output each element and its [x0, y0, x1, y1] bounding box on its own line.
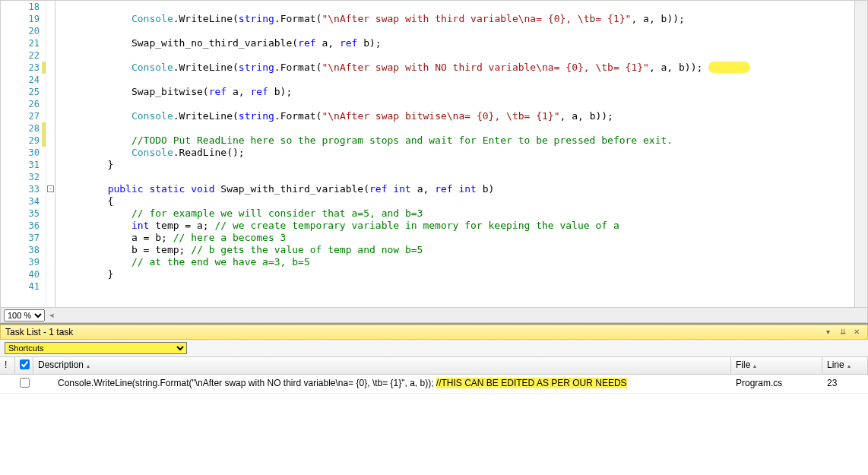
- horizontal-scroll-left-icon[interactable]: ◂: [49, 310, 54, 320]
- line-number: 22: [1, 49, 40, 62]
- code-line[interactable]: [60, 98, 854, 110]
- line-number: 29: [1, 135, 40, 147]
- task-grid-header: ! Description▴ File▴ Line▴: [0, 357, 868, 375]
- code-line[interactable]: [60, 171, 854, 183]
- sort-asc-icon: ▴: [847, 363, 851, 369]
- change-marker: [42, 135, 46, 147]
- task-checkbox[interactable]: [20, 378, 30, 388]
- line-number: 34: [1, 195, 40, 207]
- close-icon[interactable]: ✕: [854, 328, 863, 337]
- code-line[interactable]: [60, 280, 854, 293]
- line-number-gutter: 1819202122232425262728293031323334353637…: [1, 1, 46, 307]
- code-line[interactable]: Console.WriteLine(string.Format("\nAfter…: [60, 13, 854, 25]
- line-number: 33: [1, 183, 40, 195]
- col-priority[interactable]: !: [0, 357, 15, 374]
- code-line[interactable]: {: [60, 195, 854, 207]
- dropdown-icon[interactable]: ▾: [826, 328, 835, 337]
- line-number: 31: [1, 159, 40, 171]
- line-number: 40: [1, 268, 40, 280]
- code-line[interactable]: Console.ReadLine();: [60, 147, 854, 159]
- outline-margin: -: [46, 1, 55, 307]
- code-content[interactable]: Console.WriteLine(string.Format("\nAfter…: [55, 1, 854, 307]
- line-number: 21: [1, 37, 40, 49]
- line-number: 39: [1, 256, 40, 268]
- code-line[interactable]: }: [60, 268, 854, 280]
- line-number: 32: [1, 171, 40, 183]
- col-line[interactable]: Line▴: [822, 357, 868, 374]
- highlight-marker: [708, 62, 750, 73]
- code-line[interactable]: }: [60, 159, 854, 171]
- change-marker: [42, 122, 46, 135]
- line-number: 27: [1, 110, 40, 122]
- vertical-scrollbar[interactable]: [854, 1, 867, 307]
- code-line[interactable]: // for example we will consider that a=5…: [60, 207, 854, 220]
- panel-controls: ▾ ⇊ ✕: [826, 328, 863, 337]
- task-list-title: Task List - 1 task: [5, 327, 73, 337]
- line-number: 25: [1, 86, 40, 98]
- sort-asc-icon: ▴: [87, 363, 90, 369]
- table-row[interactable]: Console.WriteLine(string.Format("\nAfter…: [0, 375, 868, 394]
- zoom-dropdown[interactable]: 100 %: [4, 309, 45, 321]
- code-line[interactable]: [60, 49, 854, 62]
- code-line[interactable]: [60, 1, 854, 13]
- col-description[interactable]: Description▴: [33, 357, 731, 374]
- line-number: 37: [1, 232, 40, 244]
- code-line[interactable]: Swap_bitwise(ref a, ref b);: [60, 86, 854, 98]
- line-number: 18: [1, 1, 40, 13]
- col-checkbox[interactable]: [15, 357, 33, 374]
- code-area[interactable]: 1819202122232425262728293031323334353637…: [1, 1, 867, 307]
- cell-line: 23: [822, 375, 868, 393]
- line-number: 38: [1, 244, 40, 256]
- collapse-toggle-icon[interactable]: -: [47, 185, 54, 192]
- cell-description: Console.WriteLine(string.Format("\nAfter…: [33, 375, 731, 393]
- code-line[interactable]: [60, 25, 854, 37]
- task-category-dropdown[interactable]: Shortcuts: [5, 342, 187, 354]
- cell-checkbox[interactable]: [15, 375, 33, 393]
- line-number: 35: [1, 207, 40, 220]
- code-line[interactable]: //TODO Put ReadLine here so the program …: [60, 135, 854, 147]
- code-line[interactable]: b = temp; // b gets the value of temp an…: [60, 244, 854, 256]
- line-number: 26: [1, 98, 40, 110]
- highlighted-text: //THIS CAN BE EDITED AS PER OUR NEEDS: [436, 378, 627, 388]
- line-number: 19: [1, 13, 40, 25]
- cell-priority: [0, 375, 15, 393]
- task-list-titlebar: Task List - 1 task ▾ ⇊ ✕: [0, 325, 868, 340]
- code-line[interactable]: Swap_with_no_third_variable(ref a, ref b…: [60, 37, 854, 49]
- code-editor: 1819202122232425262728293031323334353637…: [0, 0, 868, 323]
- editor-status-bar: 100 % ◂: [1, 307, 867, 322]
- task-list-filter-bar: Shortcuts: [0, 340, 868, 357]
- code-line[interactable]: Console.WriteLine(string.Format("\nAfter…: [60, 62, 854, 74]
- line-number: 41: [1, 280, 40, 293]
- pin-icon[interactable]: ⇊: [840, 328, 849, 337]
- code-line[interactable]: a = b; // here a becomes 3: [60, 232, 854, 244]
- cell-file: Program.cs: [731, 375, 822, 393]
- line-number: 28: [1, 122, 40, 135]
- col-file[interactable]: File▴: [731, 357, 822, 374]
- code-line[interactable]: int temp = a; // we create temporary var…: [60, 220, 854, 232]
- line-number: 24: [1, 74, 40, 86]
- code-line[interactable]: Console.WriteLine(string.Format("\nAfter…: [60, 110, 854, 122]
- line-number: 36: [1, 220, 40, 232]
- task-list-panel: Task List - 1 task ▾ ⇊ ✕ Shortcuts ! Des…: [0, 323, 868, 475]
- sort-asc-icon: ▴: [753, 363, 756, 369]
- code-line[interactable]: // at the end we have a=3, b=5: [60, 256, 854, 268]
- change-marker: [42, 62, 46, 74]
- task-list-grid: ! Description▴ File▴ Line▴ Console.Write…: [0, 357, 868, 475]
- line-number: 23: [1, 62, 40, 74]
- line-number: 30: [1, 147, 40, 159]
- code-line[interactable]: public static void Swap_with_third_varia…: [60, 183, 854, 195]
- line-number: 20: [1, 25, 40, 37]
- code-line[interactable]: [60, 122, 854, 135]
- header-checkbox[interactable]: [20, 359, 30, 369]
- code-line[interactable]: [60, 74, 854, 86]
